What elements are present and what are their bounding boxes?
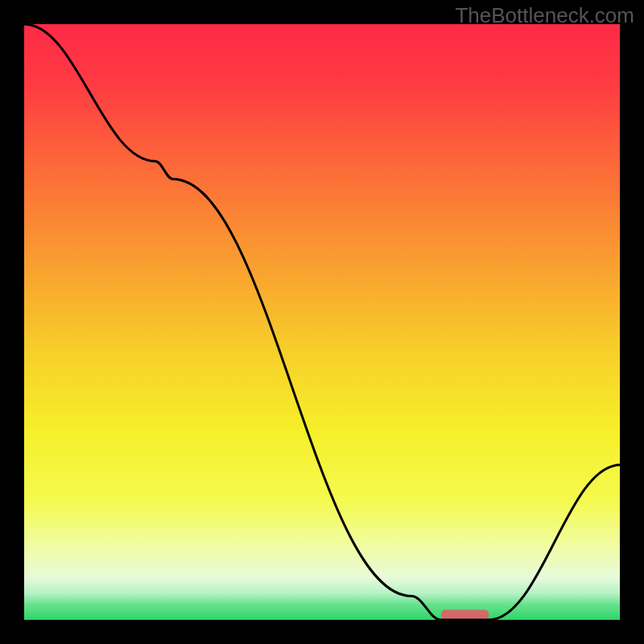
chart-plot-area (24, 24, 620, 620)
optimal-range-marker (441, 610, 489, 620)
watermark-text: TheBottleneck.com (455, 3, 634, 28)
bottleneck-chart (24, 24, 620, 620)
gradient-background (24, 24, 620, 620)
